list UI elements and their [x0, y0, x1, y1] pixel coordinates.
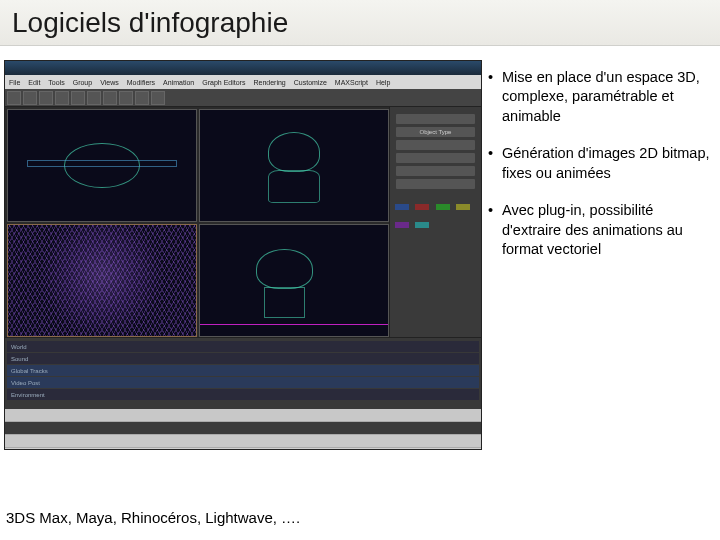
app-window-titlebar [5, 61, 481, 75]
slide-title: Logiciels d'infographie [12, 7, 288, 39]
panel-row[interactable] [396, 153, 475, 163]
menu-item[interactable]: Group [73, 79, 92, 86]
viewport-front[interactable] [199, 109, 389, 222]
track-row[interactable]: Sound [7, 353, 479, 364]
menu-item[interactable]: Graph Editors [202, 79, 245, 86]
slide-footer: 3DS Max, Maya, Rhinocéros, Lightwave, …. [6, 509, 300, 526]
menu-item[interactable]: Views [100, 79, 119, 86]
menu-item[interactable]: File [9, 79, 20, 86]
toolbar-button[interactable] [23, 91, 37, 105]
command-panel: Object Type [389, 107, 481, 339]
swatch[interactable] [436, 204, 450, 210]
swatch[interactable] [395, 204, 409, 210]
toolbar-button[interactable] [135, 91, 149, 105]
bullet-item: Mise en place d'un espace 3D, complexe, … [488, 68, 712, 126]
panel-row[interactable] [396, 179, 475, 189]
bullet-item: Avec plug-in, possibilité d'extraire des… [488, 201, 712, 259]
menu-item[interactable]: Customize [294, 79, 327, 86]
menu-item[interactable]: Rendering [253, 79, 285, 86]
bullet-list: Mise en place d'un espace 3D, complexe, … [488, 60, 712, 450]
slide-title-bar: Logiciels d'infographie [0, 0, 720, 46]
menu-item[interactable]: Modifiers [127, 79, 155, 86]
track-row[interactable]: World [7, 341, 479, 352]
swatch[interactable] [395, 222, 409, 228]
color-swatches [394, 197, 477, 233]
app-screenshot: File Edit Tools Group Views Modifiers An… [4, 60, 482, 450]
toolbar-button[interactable] [55, 91, 69, 105]
track-row[interactable]: Video Post [7, 377, 479, 388]
toolbar-button[interactable] [103, 91, 117, 105]
app-toolbar [5, 89, 481, 107]
viewport-perspective[interactable] [7, 224, 197, 337]
menu-item[interactable]: Tools [48, 79, 64, 86]
bullet-item: Génération d'images 2D bitmap, fixes ou … [488, 144, 712, 183]
track-row[interactable]: Environment [7, 389, 479, 400]
prompt-row [5, 435, 481, 448]
toolbar-button[interactable] [39, 91, 53, 105]
swatch[interactable] [456, 204, 470, 210]
viewports [5, 107, 391, 339]
menu-item[interactable]: Edit [28, 79, 40, 86]
menu-item[interactable]: MAXScript [335, 79, 368, 86]
panel-header [396, 114, 475, 124]
track-row[interactable]: Global Tracks [7, 365, 479, 376]
panel-row[interactable] [396, 166, 475, 176]
menu-item[interactable]: Animation [163, 79, 194, 86]
viewport-top[interactable] [7, 109, 197, 222]
app-menubar: File Edit Tools Group Views Modifiers An… [5, 75, 481, 89]
toolbar-button[interactable] [71, 91, 85, 105]
swatch[interactable] [415, 204, 429, 210]
panel-row: Object Type [396, 127, 475, 137]
swatch[interactable] [415, 222, 429, 228]
time-slider[interactable] [5, 409, 481, 422]
status-bar [5, 409, 481, 449]
track-view: World Sound Global Tracks Video Post Env… [5, 337, 481, 409]
viewport-right[interactable] [199, 224, 389, 337]
menu-item[interactable]: Help [376, 79, 390, 86]
slide-content: File Edit Tools Group Views Modifiers An… [4, 60, 712, 450]
toolbar-button[interactable] [87, 91, 101, 105]
toolbar-button[interactable] [151, 91, 165, 105]
panel-row[interactable] [396, 140, 475, 150]
transport-row [5, 422, 481, 435]
toolbar-button[interactable] [7, 91, 21, 105]
toolbar-button[interactable] [119, 91, 133, 105]
